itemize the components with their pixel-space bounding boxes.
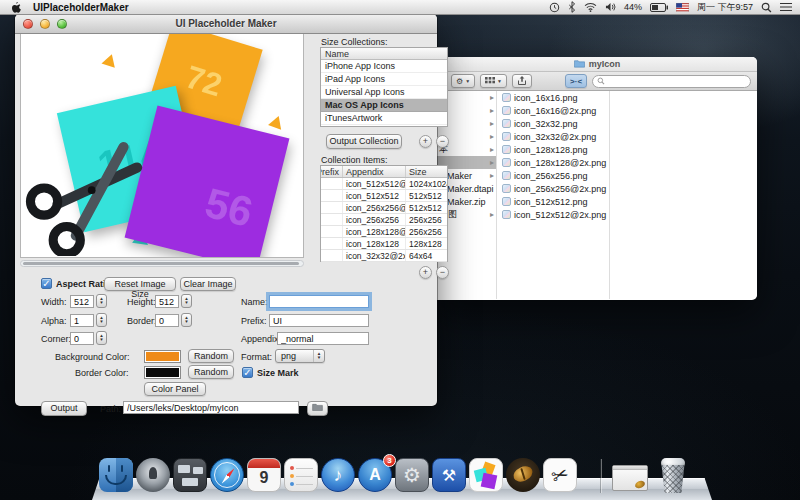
collection-item-row[interactable]: icon_512x512512x512 (321, 190, 447, 202)
apple-menu-icon[interactable] (10, 1, 21, 14)
share-button[interactable] (512, 74, 532, 88)
height-stepper[interactable]: ▲▼ (181, 294, 192, 308)
png-file-icon (502, 184, 511, 193)
menu-clock[interactable]: 周一 下午9:57 (697, 1, 753, 14)
dock-app-store-icon[interactable]: A 3 (358, 458, 392, 492)
dock-reminders-icon[interactable] (284, 458, 318, 492)
close-button[interactable] (23, 19, 33, 29)
dock-minimized-window-icon[interactable] (612, 465, 648, 491)
dock-finder-icon[interactable] (99, 458, 133, 492)
dock-mission-control-icon[interactable] (173, 458, 207, 492)
finder-title-bar[interactable]: myIcon (437, 57, 757, 72)
collection-item-row[interactable]: icon_32x32@2x64x64 (321, 250, 447, 262)
appendix-field[interactable] (277, 332, 369, 345)
corner-field[interactable] (70, 332, 94, 345)
dock-launchpad-icon[interactable] (136, 458, 170, 492)
volume-icon[interactable] (605, 2, 616, 12)
finder-file-row[interactable]: icon_128x128.png (498, 143, 609, 156)
background-random-button[interactable]: Random (188, 349, 234, 363)
width-field[interactable] (70, 295, 94, 308)
minimize-button[interactable] (40, 19, 50, 29)
battery-icon[interactable] (650, 3, 668, 12)
output-button[interactable]: Output (41, 401, 87, 416)
output-collection-button[interactable]: Output Collection (326, 134, 402, 149)
collection-add-button[interactable]: + (419, 135, 432, 148)
finder-file-row[interactable]: icon_128x128@2x.png (498, 156, 609, 169)
browse-folder-button[interactable] (307, 401, 328, 416)
dock-coffee-bean-icon[interactable] (506, 458, 540, 492)
border-random-button[interactable]: Random (188, 365, 234, 379)
dock-xcode-icon[interactable]: ⚒ (432, 458, 466, 492)
aspect-ratio-checkbox[interactable]: ✓ (41, 278, 52, 289)
input-language-flag-icon[interactable] (676, 3, 689, 12)
collection-remove-button[interactable]: − (436, 135, 449, 148)
action-gear-button[interactable]: ⚙ ▼ (451, 74, 475, 88)
size-collection-row[interactable]: iPhone App Icons (321, 60, 447, 73)
alpha-stepper[interactable]: ▲▼ (96, 313, 107, 327)
dock: 9 ♪ A 3 ⚙ ⚒ ✂ (92, 455, 712, 500)
preview-horizontal-scrollbar[interactable] (20, 260, 304, 267)
app-title-bar[interactable]: UI Placeholder Maker (15, 14, 437, 34)
path-label: Path: (100, 404, 121, 414)
height-field[interactable] (155, 295, 179, 308)
name-field[interactable] (269, 295, 369, 308)
dock-calendar-icon[interactable]: 9 (247, 458, 281, 492)
bluetooth-icon[interactable] (568, 1, 576, 13)
color-panel-button[interactable]: Color Panel (144, 382, 206, 396)
corner-stepper[interactable]: ▲▼ (96, 331, 107, 345)
dock-system-preferences-icon[interactable]: ⚙ (395, 458, 429, 492)
finder-file-row[interactable]: icon_512x512.png (498, 195, 609, 208)
format-popup[interactable]: png ▲▼ (275, 349, 325, 363)
view-options-button[interactable]: ▼ (480, 74, 507, 88)
size-collections-header[interactable]: Name (321, 48, 447, 60)
column-header[interactable]: Appendix (343, 166, 406, 177)
column-header[interactable]: Prefix (321, 166, 343, 177)
finder-file-row[interactable]: icon_32x32.png (498, 117, 609, 130)
finder-file-row[interactable]: icon_16x16.png (498, 91, 609, 104)
spotlight-icon[interactable] (761, 2, 772, 13)
arrange-button[interactable]: >·< (565, 74, 587, 88)
menu-app-name[interactable]: UIPlaceholderMaker (33, 2, 129, 13)
clear-image-button[interactable]: Clear Image (180, 277, 236, 291)
collection-item-row[interactable]: icon_512x512@2x1024x1024 (321, 178, 447, 190)
finder-file-row[interactable]: icon_512x512@2x.png (498, 208, 609, 221)
dock-scissors-app-icon[interactable]: ✂ (543, 458, 577, 492)
time-machine-icon[interactable] (549, 2, 560, 13)
dock-itunes-icon[interactable]: ♪ (321, 458, 355, 492)
finder-file-row[interactable]: icon_256x256.png (498, 169, 609, 182)
size-mark-checkbox[interactable]: ✓ (242, 367, 253, 378)
size-collection-row[interactable]: iTunesArtwork (321, 112, 447, 125)
column-header[interactable]: Size (406, 166, 447, 177)
wifi-icon[interactable] (584, 2, 597, 12)
zoom-button[interactable] (57, 19, 67, 29)
prefix-field[interactable] (269, 314, 369, 327)
disclosure-triangle-icon: ▸ (490, 132, 494, 141)
reset-image-size-button[interactable]: Reset Image Size (104, 277, 176, 291)
item-add-button[interactable]: + (419, 266, 432, 279)
width-stepper[interactable]: ▲▼ (96, 294, 107, 308)
dock-trash-icon[interactable] (658, 457, 688, 493)
finder-file-row[interactable]: icon_16x16@2x.png (498, 104, 609, 117)
collection-item-row[interactable]: icon_256x256@2x512x512 (321, 202, 447, 214)
collection-item-row[interactable]: icon_128x128@2x256x256 (321, 226, 447, 238)
finder-search-field[interactable] (592, 75, 751, 88)
background-color-swatch[interactable] (144, 350, 181, 363)
collection-item-row[interactable]: icon_128x128128x128 (321, 238, 447, 250)
border-color-swatch[interactable] (144, 366, 181, 379)
finder-file-row[interactable]: icon_32x32@2x.png (498, 130, 609, 143)
notification-center-icon[interactable] (780, 2, 792, 12)
finder-file-name: icon_128x128.png (514, 145, 588, 155)
collection-item-row[interactable]: icon_256x256256x256 (321, 214, 447, 226)
dock-safari-icon[interactable] (210, 458, 244, 492)
path-field[interactable] (123, 401, 299, 414)
finder-file-row[interactable]: icon_256x256@2x.png (498, 182, 609, 195)
alpha-field[interactable] (70, 314, 94, 327)
image-preview-canvas[interactable]: 72 114 56 (20, 34, 304, 258)
size-collection-row[interactable]: Universal App Icons (321, 86, 447, 99)
border-stepper[interactable]: ▲▼ (181, 313, 192, 327)
size-collection-row[interactable]: Mac OS App Icons (321, 99, 447, 112)
border-field[interactable] (155, 314, 179, 327)
dock-ui-placeholder-squares-icon[interactable] (469, 458, 503, 492)
size-collection-row[interactable]: iPad App Icons (321, 73, 447, 86)
item-remove-button[interactable]: − (436, 266, 449, 279)
